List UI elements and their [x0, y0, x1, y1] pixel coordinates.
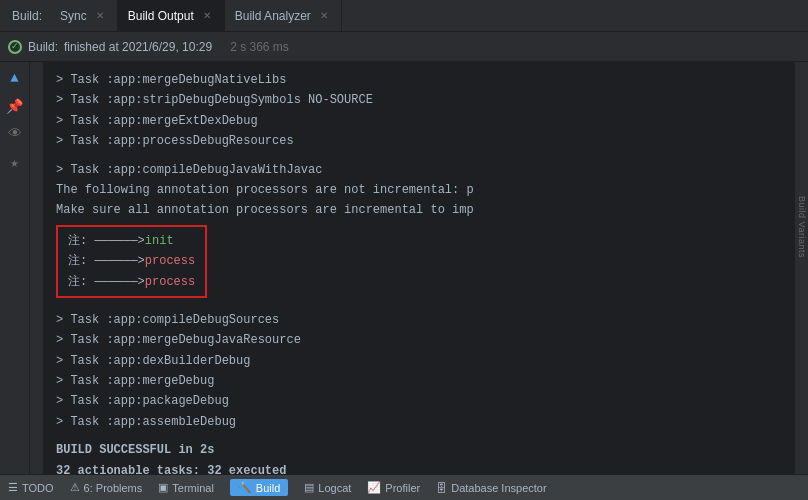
sidebar-icon-arrow[interactable]: ▲	[5, 68, 25, 88]
tab-build-analyzer[interactable]: Build Analyzer ✕	[225, 0, 342, 32]
status-db-inspector[interactable]: 🗄 Database Inspector	[436, 482, 546, 494]
status-build-label: Build	[256, 482, 280, 494]
build-status: Build: finished at 2021/6/29, 10:29	[8, 40, 212, 54]
log-line: > Task :app:assembleDebug	[56, 412, 782, 432]
toolbar-build-label: Build:	[28, 40, 58, 54]
main-layout: ▲ 📌 👁 ★ > Task :app:mergeDebugNativeLibs…	[0, 62, 808, 474]
log-build-success: BUILD SUCCESSFUL in 2s	[56, 440, 782, 460]
status-logcat-label: Logcat	[318, 482, 351, 494]
problems-icon: ⚠	[70, 481, 80, 494]
log-line: Make sure all annotation processors are …	[56, 200, 782, 220]
status-problems[interactable]: ⚠ 6: Problems	[70, 481, 143, 494]
tab-build-output[interactable]: Build Output ✕	[118, 0, 225, 32]
log-line: The following annotation processors are …	[56, 180, 782, 200]
log-actionable-tasks: 32 actionable tasks: 32 executed	[56, 461, 782, 474]
log-line: > Task :app:mergeDebugNativeLibs	[56, 70, 782, 90]
sidebar-icon-star[interactable]: ★	[5, 152, 25, 172]
sidebar-icon-pin[interactable]: 📌	[5, 96, 25, 116]
log-line: > Task :app:stripDebugDebugSymbols NO-SO…	[56, 90, 782, 110]
tab-build-output-close[interactable]: ✕	[200, 8, 214, 23]
status-bar: ☰ TODO ⚠ 6: Problems ▣ Terminal 🔨 Build …	[0, 474, 808, 500]
tab-build-analyzer-close[interactable]: ✕	[317, 8, 331, 23]
status-terminal[interactable]: ▣ Terminal	[158, 481, 214, 494]
log-line: > Task :app:processDebugResources	[56, 131, 782, 151]
db-inspector-icon: 🗄	[436, 482, 447, 494]
content-area: > Task :app:mergeDebugNativeLibs > Task …	[44, 62, 794, 474]
tab-build-analyzer-label: Build Analyzer	[235, 9, 311, 23]
tab-sync[interactable]: Sync ✕	[50, 0, 118, 32]
highlight-process-1: 注: ——————>process	[68, 251, 195, 271]
log-line: > Task :app:packageDebug	[56, 391, 782, 411]
profiler-icon: 📈	[367, 481, 381, 494]
log-line: > Task :app:compileDebugJavaWithJavac	[56, 160, 782, 180]
status-db-inspector-label: Database Inspector	[451, 482, 546, 494]
toolbar-time: 2 s 366 ms	[230, 40, 289, 54]
status-todo-label: TODO	[22, 482, 54, 494]
toolbar: Build: finished at 2021/6/29, 10:29 2 s …	[0, 32, 808, 62]
tab-build-output-label: Build Output	[128, 9, 194, 23]
status-todo[interactable]: ☰ TODO	[8, 481, 54, 494]
right-panel-label: Build Variants	[797, 196, 807, 258]
log-empty	[56, 152, 782, 160]
build-label: Build:	[4, 9, 50, 23]
tab-sync-close[interactable]: ✕	[93, 8, 107, 23]
log-line: > Task :app:mergeExtDexDebug	[56, 111, 782, 131]
toolbar-status-text: finished at 2021/6/29, 10:29	[64, 40, 212, 54]
tab-bar: Build: Sync ✕ Build Output ✕ Build Analy…	[0, 0, 808, 32]
log-empty	[56, 302, 782, 310]
highlight-process-2: 注: ——————>process	[68, 272, 195, 292]
sidebar-icons: ▲ 📌 👁 ★	[0, 62, 30, 474]
log-line: > Task :app:dexBuilderDebug	[56, 351, 782, 371]
log-empty	[56, 432, 782, 440]
success-icon	[8, 40, 22, 54]
build-output-panel[interactable]: > Task :app:mergeDebugNativeLibs > Task …	[44, 62, 794, 474]
status-profiler-label: Profiler	[385, 482, 420, 494]
status-profiler[interactable]: 📈 Profiler	[367, 481, 420, 494]
sidebar-icon-eye[interactable]: 👁	[5, 124, 25, 144]
status-build[interactable]: 🔨 Build	[230, 479, 288, 496]
status-problems-label: 6: Problems	[84, 482, 143, 494]
highlight-box: 注: ——————>init 注: ——————>process 注: ————…	[56, 225, 207, 298]
logcat-icon: ▤	[304, 481, 314, 494]
left-panel	[30, 62, 44, 474]
build-status-icon: 🔨	[238, 481, 252, 494]
tab-sync-label: Sync	[60, 9, 87, 23]
log-line: > Task :app:compileDebugSources	[56, 310, 782, 330]
status-terminal-label: Terminal	[172, 482, 214, 494]
right-panel: Build Variants	[794, 62, 808, 474]
todo-icon: ☰	[8, 481, 18, 494]
terminal-icon: ▣	[158, 481, 168, 494]
highlight-init: 注: ——————>init	[68, 231, 195, 251]
log-line: > Task :app:mergeDebug	[56, 371, 782, 391]
status-logcat[interactable]: ▤ Logcat	[304, 481, 351, 494]
log-line: > Task :app:mergeDebugJavaResource	[56, 330, 782, 350]
